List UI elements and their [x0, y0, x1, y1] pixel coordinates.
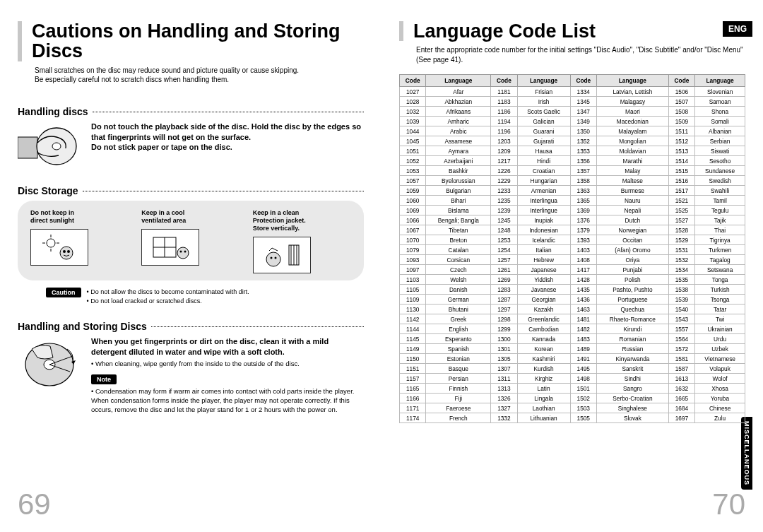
code-cell: 1513: [668, 146, 694, 156]
language-cell: Estonian: [426, 354, 491, 364]
code-cell: 1365: [570, 196, 596, 206]
note-text: • Condensation may form if warm air come…: [91, 387, 364, 414]
storage-col-1: Do not keep in direct sunlight: [30, 209, 129, 274]
table-row: 1052Azerbaijani1217Hindi1356Marathi1514S…: [400, 156, 745, 166]
code-cell: 1261: [491, 265, 517, 275]
language-cell: Romanian: [596, 334, 668, 344]
section-handling-discs: Handling discs: [18, 106, 364, 117]
code-cell: 1313: [491, 384, 517, 394]
code-cell: 1229: [491, 176, 517, 186]
intro-line-1: Small scratches on the disc may reduce s…: [35, 66, 299, 74]
code-cell: 1053: [400, 166, 426, 176]
language-cell: Hungarian: [517, 176, 570, 186]
table-row: 1067Tibetan1248Indonesian1379Norwegian15…: [400, 225, 745, 235]
page-left: Cautions on Handling and Storing Discs S…: [0, 0, 382, 532]
section-disc-storage: Disc Storage: [18, 185, 364, 196]
handling-text-1: Do not touch the playback side of the di…: [91, 122, 364, 143]
code-cell: 1509: [668, 117, 694, 126]
code-cell: 1105: [400, 285, 426, 295]
language-cell: Abkhazian: [426, 97, 491, 107]
language-cell: Breton: [426, 235, 491, 245]
language-cell: Sundanese: [695, 166, 745, 176]
code-cell: 1194: [491, 117, 517, 126]
table-row: 1051Aymara1209Hausa1353Moldavian1513Sisw…: [400, 146, 745, 156]
code-cell: 1097: [400, 265, 426, 275]
code-cell: 1527: [668, 215, 694, 225]
code-cell: 1665: [668, 394, 694, 403]
storage-col-3: Keep in a clean Protection jacket. Store…: [253, 209, 351, 274]
code-cell: 1540: [668, 305, 694, 314]
table-row: 1171Faeroese1327Laothian1503Singhalese16…: [400, 403, 745, 413]
language-cell: Lingala: [517, 394, 570, 403]
language-cell: Kazakh: [517, 305, 570, 314]
intro-right: Enter the appropriate code number for th…: [416, 45, 745, 64]
svg-rect-0: [18, 137, 37, 158]
section-handling-storing: Handling and Storing Discs: [18, 321, 364, 332]
code-cell: 1183: [491, 97, 517, 107]
code-cell: 1350: [570, 126, 596, 136]
language-cell: Kirghiz: [517, 374, 570, 384]
storage-2-l2: ventilated area: [141, 217, 186, 224]
language-cell: Tigrinya: [695, 235, 745, 245]
language-cell: Oriya: [596, 255, 668, 265]
language-cell: Frisian: [517, 87, 570, 97]
table-row: 1032Afrikaans1186Scots Gaelic1347Maori15…: [400, 107, 745, 117]
language-cell: Portuguese: [596, 295, 668, 305]
language-cell: Latvian, Lettish: [596, 87, 668, 97]
code-cell: 1142: [400, 314, 426, 324]
code-cell: 1045: [400, 136, 426, 146]
code-cell: 1502: [570, 394, 596, 403]
language-cell: Twi: [695, 314, 745, 324]
language-cell: Mongolian: [596, 136, 668, 146]
language-cell: Scots Gaelic: [517, 107, 570, 117]
table-row: 1093Corsican1257Hebrew1408Oriya1532Tagal…: [400, 255, 745, 265]
storage-1-l1: Do not keep in: [30, 209, 74, 216]
th-code-2: Code: [491, 75, 517, 87]
code-cell: 1253: [491, 235, 517, 245]
code-cell: 1283: [491, 285, 517, 295]
code-cell: 1528: [668, 225, 694, 235]
language-cell: Bhutani: [426, 305, 491, 314]
code-cell: 1305: [491, 354, 517, 364]
language-cell: Italian: [517, 245, 570, 255]
language-cell: Turkish: [695, 285, 745, 295]
language-cell: French: [426, 413, 491, 423]
code-cell: 1297: [491, 305, 517, 314]
language-cell: Corsican: [426, 255, 491, 265]
svg-point-23: [274, 257, 276, 259]
code-cell: 1059: [400, 186, 426, 196]
language-cell: Interlingue: [517, 206, 570, 215]
code-cell: 1287: [491, 295, 517, 305]
language-cell: Greenlandic: [517, 314, 570, 324]
svg-point-2: [52, 143, 61, 150]
table-row: 1145Esperanto1300Kannada1483Romanian1564…: [400, 334, 745, 344]
code-cell: 1491: [570, 354, 596, 364]
code-cell: 1332: [491, 413, 517, 423]
code-cell: 1150: [400, 354, 426, 364]
code-cell: 1301: [491, 344, 517, 354]
code-cell: 1525: [668, 206, 694, 215]
table-row: 1053Bashkir1226Croatian1357Malay1515Sund…: [400, 166, 745, 176]
code-cell: 1408: [570, 255, 596, 265]
language-cell: Chinese: [695, 403, 745, 413]
language-cell: Urdu: [695, 334, 745, 344]
code-cell: 1483: [570, 334, 596, 344]
code-cell: 1613: [668, 374, 694, 384]
clean-text-2: • When cleaning, wipe gently from the in…: [91, 360, 364, 369]
language-cell: Hebrew: [517, 255, 570, 265]
intro-line-2: Be especially careful not to scratch dis…: [35, 76, 229, 83]
language-cell: Polish: [596, 275, 668, 285]
title-right: Language Code List: [399, 21, 745, 41]
code-cell: 1039: [400, 117, 426, 126]
language-cell: Setswana: [695, 265, 745, 275]
code-cell: 1511: [668, 126, 694, 136]
code-cell: 1529: [668, 235, 694, 245]
code-cell: 1507: [668, 97, 694, 107]
code-cell: 1347: [570, 107, 596, 117]
code-cell: 1307: [491, 364, 517, 374]
language-cell: Occitan: [596, 235, 668, 245]
language-cell: Armenian: [517, 186, 570, 196]
language-cell: Gujarati: [517, 136, 570, 146]
table-row: 1144English1299Cambodian1482Kirundi1557U…: [400, 324, 745, 334]
storage-2-l1: Keep in a cool: [141, 209, 184, 216]
